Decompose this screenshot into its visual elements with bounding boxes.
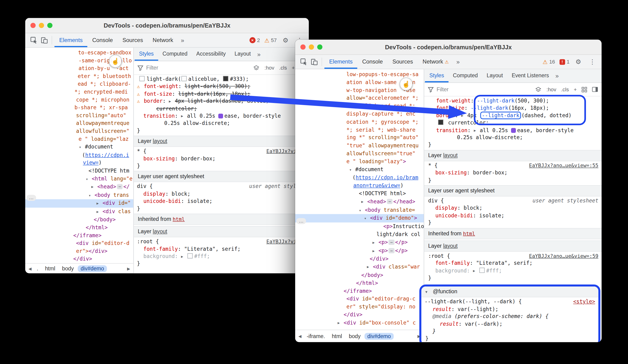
dom-tree-line[interactable]: e " loading="lazy"> [295,158,424,166]
dom-tree-line[interactable]: b-share *; xr-spa [25,104,134,112]
dom-tree-line[interactable]: ocation *; gyroscope *; [295,118,424,126]
dom-tree-line[interactable]: ing *" scrolling="auto" [295,134,424,142]
style-declaration-row[interactable]: @media (prefers-color-scheme: dark) { [421,313,598,320]
crumb-html[interactable]: html [329,333,345,340]
minimize-button[interactable] [39,23,44,28]
dom-tree-line[interactable]: eter *; bluetooth [25,72,134,80]
text-segment[interactable]: layout [443,243,458,249]
stylesheet-source-link[interactable]: EaYBJJx?ano…ue&view=:59 [529,252,602,260]
crumb-body[interactable]: body [59,265,77,272]
style-declaration-row[interactable]: } [424,141,602,149]
crumb-html[interactable]: html [42,265,58,272]
dom-tree-line[interactable]: ▾<body trans [25,191,134,199]
style-declaration-row[interactable]: } [134,205,309,213]
element-state-icon[interactable] [253,65,260,70]
style-declaration-row[interactable]: font-size: --light-dark(16px, 18px); [424,105,602,112]
style-declaration-row[interactable]: div {user agent stylesh [134,183,309,190]
style-declaration-row[interactable]: * {EaYBJJx?view= [134,148,309,155]
style-declaration-row[interactable]: currentcolor; [134,105,309,113]
style-declaration-row[interactable]: ⚠font-size: light-dark(16px, 18px); [134,90,309,98]
text-segment[interactable]: view= [83,160,99,166]
tab-console[interactable]: Console [87,33,118,47]
issue-badge[interactable]: !1 [559,59,570,65]
tab-elements[interactable]: Elements [55,33,87,47]
device-toolbar-icon[interactable] [39,35,49,46]
style-declaration-row[interactable]: currentcolor; [424,119,602,127]
toggle-element-state-button[interactable]: :hov [265,65,274,71]
dom-tree-line[interactable]: low-popups-to-escape-sa [295,70,424,78]
text-segment[interactable]: layout [443,152,458,159]
style-declaration-row[interactable]: background: ▶#fff; [134,253,309,260]
crumb-scroll-left-icon[interactable]: ◀ [297,334,303,338]
dom-tree-line[interactable]: </iframe> [295,287,424,295]
settings-gear-icon[interactable]: ⚙ [280,35,291,46]
window-titlebar[interactable]: DevTools - codepen.io/bramus/pen/EaYBJJx [25,18,309,33]
text-segment[interactable]: https://cdpn.i [85,152,129,158]
crumb-div-demo[interactable]: div#demo [365,333,393,340]
style-declaration-row[interactable]: result: var(--light); [421,306,598,313]
stylesheet-source-link[interactable]: <style> [573,298,599,306]
style-declaration-row[interactable]: display: block; [424,204,602,212]
crumb-div-demo[interactable]: div#demo [78,265,107,272]
text-segment[interactable]: https://cdpn.io/bram [355,175,418,181]
dom-tree-line[interactable]: allow="accelerometer *; [295,94,424,102]
dom-tree-line[interactable]: </body> [25,216,134,224]
style-declaration-row[interactable]: box-sizing: border-box; [134,155,309,163]
style-declaration-row[interactable]: border: ▶4px --light-dark(dashed, dotted… [424,112,602,120]
error-badge[interactable]: ×2 [249,37,260,43]
close-button[interactable] [30,23,36,28]
dom-tree-line[interactable]: ▶<div class="war [295,263,424,271]
style-declaration-row[interactable]: } [421,328,598,335]
style-declaration-row[interactable]: * {EaYBJJx?ano…ue&view=:55 [424,162,602,170]
tab-sources[interactable]: Sources [388,55,418,69]
text-segment[interactable]: <style> [573,299,595,305]
dom-tree-line[interactable]: </iframe> [25,232,134,240]
style-declaration-row[interactable]: :root {EaYBJJx?view= [134,238,309,246]
dom-tree-line[interactable]: anon=true&view=) [295,182,424,189]
text-segment[interactable]: layout [153,138,167,144]
style-declaration-row[interactable]: } [134,163,309,170]
style-declaration-row[interactable]: unicode-bidi: isolate; [424,212,602,220]
style-declaration-row[interactable]: font-family: "Literata", serif; [424,260,602,267]
dom-tree-line[interactable]: display-capture *; enc [295,110,424,118]
window-titlebar[interactable]: DevTools - codepen.io/bramus/pen/EaYBJJx [295,40,602,55]
dom-tree-line[interactable]: <div id="editor-drag-c [295,295,424,303]
style-declaration-row[interactable]: --light-dark(--light, --dark) {<style> [421,298,598,306]
style-declaration-row[interactable]: box-sizing: border-box; [424,169,602,177]
dom-tree-line[interactable]: ▾#document [295,166,424,174]
text-segment[interactable]: html [173,216,185,222]
style-declaration-row[interactable]: light-dark(aliceblue, #333); [134,76,309,83]
style-declaration-row[interactable]: } [421,335,598,342]
more-panels-chevron[interactable]: » [178,37,187,44]
dom-tree-line[interactable]: allowfullscreen=" [25,127,134,135]
dom-tree-line[interactable]: ead *; clipboard- [25,80,134,88]
dom-tree-line[interactable]: ▾<body translate= [295,206,424,214]
style-declaration-row[interactable]: unicode-bidi: isolate; [134,198,309,205]
style-declaration-row[interactable]: font-weight: --light-dark(500, 300); [424,97,602,105]
tab-network[interactable]: Network⚠ [418,55,453,69]
device-toolbar-icon[interactable] [309,57,319,67]
element-classes-button[interactable]: .cls [561,86,569,92]
dom-tree-line[interactable]: </div> [25,255,134,263]
dom-tree-line[interactable]: ▾#document [25,143,134,151]
tab-network[interactable]: Network [148,33,178,47]
settings-gear-icon[interactable]: ⚙ [573,57,584,67]
dom-tree-line[interactable]: scrolling="auto" [25,112,134,120]
tab-elements[interactable]: Elements [324,55,357,69]
text-segment[interactable]: EaYBJJx?ano…ue&view=:59 [529,253,599,259]
dom-tree-line[interactable]: *; encrypted-medi [25,88,134,96]
style-declaration-row[interactable]: font-family: "Literata", serif; [134,245,309,253]
toggle-sidebar-icon[interactable] [592,87,598,92]
dom-tree-line[interactable]: </div> [295,311,424,319]
tab-computed[interactable]: Computed [158,48,192,61]
stylesheet-source-link[interactable]: EaYBJJx?ano…ue&view=:55 [529,162,602,170]
text-segment[interactable]: anon=true&view= [353,182,400,189]
dom-tree-line[interactable]: ▶<p>⋯</p> [295,247,424,255]
new-style-rule-button[interactable]: + [292,65,295,71]
tab-styles[interactable]: Styles [135,48,158,61]
dom-tree-line[interactable]: <!DOCTYPE html> [295,189,424,197]
dom-tree-line[interactable]: er" style="display: no [295,303,424,311]
tab-event-listeners[interactable]: Event Listeners [507,69,553,82]
dom-tree-line[interactable]: </html> [25,224,134,232]
stylesheet-source-link[interactable]: user agent stylesheet [533,197,602,205]
